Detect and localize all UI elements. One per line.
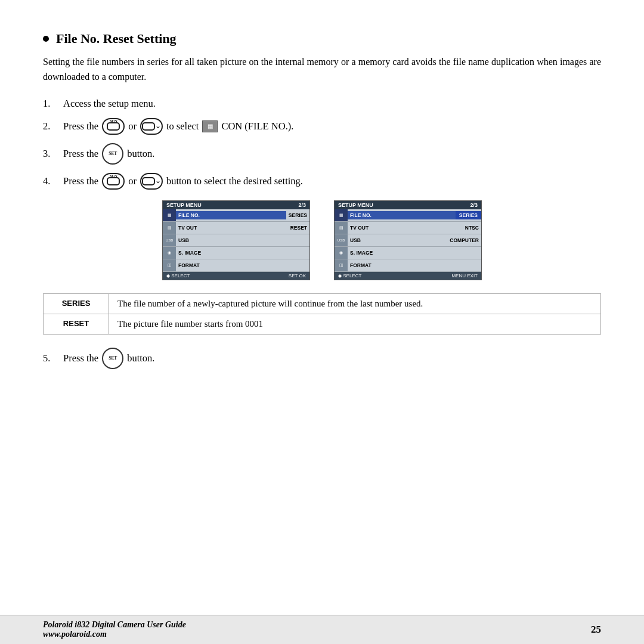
screen-1-footer-right: SET OK [289,273,306,278]
screen-1-label-2: USB [176,236,305,244]
steps-list: 1. Access the setup menu. 2. Press the S… [43,98,601,190]
screen-1-footer: ◆ SELECT SET OK [163,272,309,280]
screen-1-label-4: FORMAT [176,261,305,270]
screen-1-footer-left: ◆ SELECT [166,273,190,278]
step-4-post: button to select the desired setting. [166,175,303,187]
set-button-1: SET [102,143,123,165]
step-3-content: Press the SET button. [63,143,154,165]
screen-2-row-1: ▤ TV OUT NTSC [335,222,481,234]
bullet-icon [43,36,49,42]
step-1-num: 1. [43,98,60,110]
screen-2-label-4: FORMAT [348,261,476,270]
step-4-num: 4. [43,175,60,187]
step-4-content: Press the SCN or ⌄ button to select the … [63,173,303,190]
screen-2-row-2: USB USB COMPUTER [335,234,481,247]
step-1: 1. Access the setup menu. [43,98,601,110]
screen-2-row-4: ◫ FORMAT [335,259,481,272]
footer-title: Polaroid i832 Digital Camera User Guide [43,620,186,630]
screen-1-row-4: ◫ FORMAT [163,259,309,272]
screen-1-icon-2: USB [163,234,176,246]
screen-2-footer-right: MENU EXIT [451,273,478,278]
step-2-post: to select [166,120,199,132]
screen-2-icon-4: ◫ [335,259,348,271]
screen-2-row-0: ▦ FILE NO. SERIES [335,209,481,222]
screen-1-row-2: USB USB [163,234,309,247]
step-5-content: Press the SET button. [63,348,154,369]
table-row-reset: RESET The picture file number starts fro… [44,314,601,334]
screen-1-body: ▦ FILE NO. SERIES ▤ TV OUT RESET USB USB… [163,209,309,272]
screen-2: SETUP MENU 2/3 ▦ FILE NO. SERIES ▤ TV OU… [334,200,482,280]
screen-1-header-right: 2/3 [298,202,306,208]
step-3: 3. Press the SET button. [43,143,601,165]
arrow-button-1: ⌄ [140,118,163,135]
screen-2-header: SETUP MENU 2/3 [335,201,481,209]
screen-1: SETUP MENU 2/3 ▦ FILE NO. SERIES ▤ TV OU… [162,200,310,280]
screen-2-value-2: COMPUTER [447,236,481,244]
screen-1-value-1: RESET [288,224,309,232]
step-5-num: 5. [43,352,60,364]
screen-2-header-left: SETUP MENU [338,202,373,208]
screen-1-icon-0: ▦ [163,209,176,221]
screen-1-label-1: TV OUT [176,224,288,232]
step-5-pre: Press the [63,352,98,364]
step-2-pre: Press the [63,120,98,132]
screen-2-label-2: USB [348,236,447,244]
footer-url: www.polaroid.com [43,630,186,639]
intro-paragraph: Setting the file numbers in series for a… [43,55,601,85]
screen-1-icon-1: ▤ [163,222,176,234]
step-4: 4. Press the SCN or ⌄ button to select t… [43,173,601,190]
step-2-or: or [128,120,137,132]
screen-1-value-2 [305,239,309,242]
screen-1-value-4 [305,264,309,267]
step-3-post: button. [127,148,154,160]
desc-series: The file number of a newly-captured pict… [109,293,601,314]
screen-1-header: SETUP MENU 2/3 [163,201,309,209]
step-2: 2. Press the SCN or ⌄ to select CON (FIL… [43,118,601,135]
screen-2-value-0: SERIES [456,211,481,219]
screen-1-header-left: SETUP MENU [166,202,202,208]
step-2-content: Press the SCN or ⌄ to select CON (FILE N… [63,118,293,135]
info-table: SERIES The file number of a newly-captur… [43,293,601,335]
screen-1-label-3: S. IMAGE [176,249,305,257]
arrow-button-2: ⌄ [140,173,163,190]
desc-reset: The picture file number starts from 0001 [109,314,601,334]
scn-button-2: SCN [102,173,125,190]
screen-2-label-3: S. IMAGE [348,249,476,257]
step-5: 5. Press the SET button. [43,348,601,369]
footer-page-number: 25 [591,624,601,636]
screen-2-label-0: FILE NO. [348,211,456,219]
set-button-2: SET [102,348,123,369]
term-series: SERIES [44,293,109,314]
screen-2-icon-2: USB [335,234,348,246]
step-4-or: or [128,175,137,187]
scn-button-1: SCN [102,118,125,135]
step-4-pre: Press the [63,175,98,187]
screen-2-footer: ◆ SELECT MENU EXIT [335,272,481,280]
step-2-num: 2. [43,120,60,132]
screen-1-row-3: ◉ S. IMAGE [163,247,309,259]
screen-2-icon-3: ◉ [335,247,348,259]
screen-2-value-4 [476,264,481,267]
screen-2-icon-1: ▤ [335,222,348,234]
page-footer: Polaroid i832 Digital Camera User Guide … [0,615,644,644]
screen-2-row-3: ◉ S. IMAGE [335,247,481,259]
screen-2-label-1: TV OUT [348,224,463,232]
screen-2-value-3 [476,252,481,254]
file-no-icon [202,120,218,132]
screen-1-icon-3: ◉ [163,247,176,259]
step-5-post: button. [127,352,154,364]
screen-1-row-0: ▦ FILE NO. SERIES [163,209,309,222]
screen-2-value-1: NTSC [463,224,481,232]
step-3-pre: Press the [63,148,98,160]
section-title: File No. Reset Setting [43,31,601,47]
screen-1-value-0: SERIES [286,211,309,219]
table-row-series: SERIES The file number of a newly-captur… [44,293,601,314]
page-content: File No. Reset Setting Setting the file … [0,0,644,644]
screen-2-footer-left: ◆ SELECT [338,273,361,278]
step-1-content: Access the setup menu. [63,98,156,110]
screen-2-header-right: 2/3 [470,202,478,208]
step-1-text: Access the setup menu. [63,98,156,110]
term-reset: RESET [44,314,109,334]
footer-left: Polaroid i832 Digital Camera User Guide … [43,620,186,639]
screen-1-icon-4: ◫ [163,259,176,271]
